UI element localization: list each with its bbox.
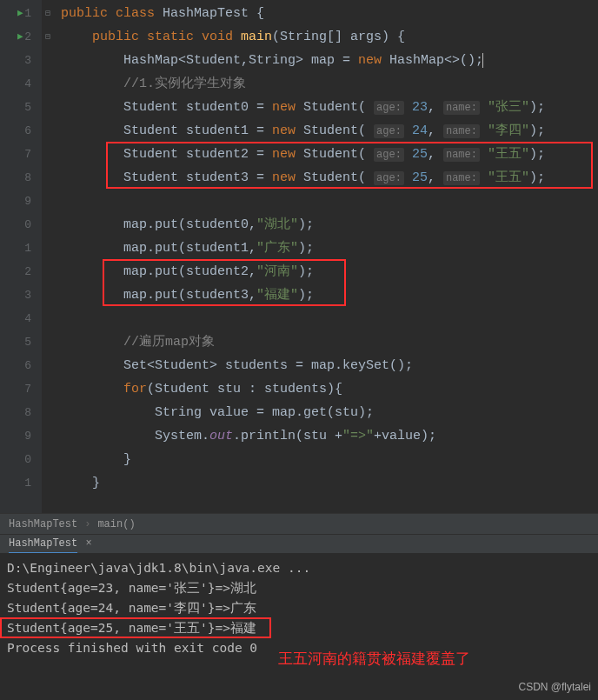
breadcrumb-method[interactable]: main() — [97, 518, 135, 530]
console-line: D:\Engineer\java\jdk1.8\bin\java.exe ... — [7, 558, 591, 578]
console-output[interactable]: D:\Engineer\java\jdk1.8\bin\java.exe ...… — [0, 553, 598, 700]
code-editor[interactable]: ▶1 ▶2 345 678 901 234 567 890 1 ⊟ ⊟ publ… — [0, 0, 598, 513]
annotation-text: 王五河南的籍贯被福建覆盖了 — [278, 649, 470, 669]
fold-icon[interactable]: ⊟ — [42, 25, 54, 49]
run-class-icon[interactable]: ▶ — [17, 2, 23, 25]
run-tab-active[interactable]: HashMapTest — [9, 537, 77, 554]
breadcrumb-class[interactable]: HashMapTest — [9, 518, 77, 530]
run-method-icon[interactable]: ▶ — [17, 25, 23, 49]
console-line: Student{age=24, name='李四'}=>广东 — [7, 598, 591, 618]
fold-icon[interactable]: ⊟ — [42, 2, 54, 25]
breadcrumb-bar: HashMapTest › main() — [0, 513, 598, 534]
run-tool-tab-bar: HashMapTest × — [0, 534, 598, 553]
code-area[interactable]: public class HashMapTest { public static… — [54, 0, 598, 513]
chevron-icon: › — [84, 518, 90, 530]
watermark-text: CSDN @flytalei — [518, 677, 591, 697]
close-tab-icon[interactable]: × — [83, 537, 91, 552]
line-gutter: ▶1 ▶2 345 678 901 234 567 890 1 — [0, 0, 42, 513]
console-line: Student{age=25, name='王五'}=>福建 — [7, 618, 591, 638]
console-line: Student{age=23, name='张三'}=>湖北 — [7, 578, 591, 598]
fold-column: ⊟ ⊟ — [42, 0, 54, 513]
